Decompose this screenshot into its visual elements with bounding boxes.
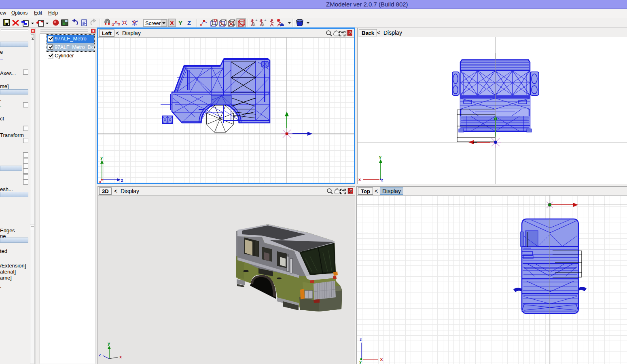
svg-text:x: x [99, 180, 101, 183]
svg-text:x: x [119, 354, 122, 359]
svg-text:z: z [381, 177, 383, 182]
svg-text:z: z [121, 178, 123, 183]
svg-text:z: z [360, 337, 362, 342]
svg-text:x: x [380, 357, 383, 362]
svg-text:Z: Z [187, 19, 191, 26]
svg-text:y: y [379, 154, 382, 159]
svg-text:Y: Y [178, 19, 182, 26]
svg-text:y: y [100, 155, 103, 160]
svg-text:y: y [108, 341, 110, 346]
svg-text:y: y [359, 359, 362, 364]
svg-text:Screen: Screen [145, 20, 162, 26]
svg-text:X: X [170, 19, 174, 26]
svg-text:x: x [358, 177, 361, 182]
svg-text:z: z [99, 352, 101, 357]
